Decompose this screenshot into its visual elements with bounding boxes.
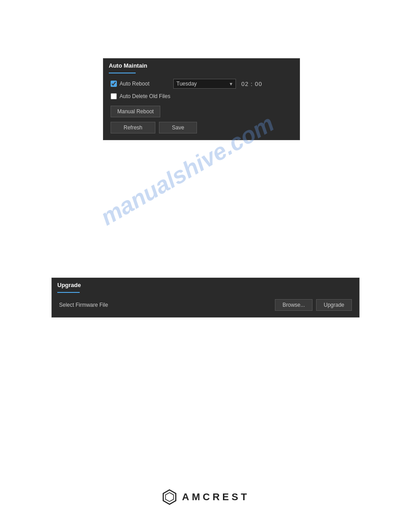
svg-marker-1 xyxy=(166,493,174,502)
auto-reboot-checkbox[interactable] xyxy=(111,81,117,87)
time-display: 02 : 00 xyxy=(241,81,262,87)
auto-delete-row: Auto Delete Old Files xyxy=(111,93,292,99)
amcrest-brand-text: AMCREST xyxy=(182,491,250,503)
upgrade-buttons: Browse... Upgrade xyxy=(275,299,352,311)
auto-maintain-panel: Auto Maintain Auto Reboot Sunday Monday … xyxy=(103,58,300,140)
time-separator: : xyxy=(251,81,253,87)
panel-footer: Refresh Save xyxy=(111,122,292,133)
upgrade-button[interactable]: Upgrade xyxy=(316,299,352,311)
manual-reboot-row: Manual Reboot xyxy=(111,104,292,117)
select-firmware-label: Select Firmware File xyxy=(59,302,108,308)
amcrest-logo-icon xyxy=(162,489,178,505)
upgrade-panel: Upgrade Select Firmware File Browse... U… xyxy=(51,278,360,317)
time-hours: 02 xyxy=(241,81,248,87)
save-button[interactable]: Save xyxy=(159,122,197,133)
auto-reboot-label: Auto Reboot xyxy=(120,81,150,87)
upgrade-title: Upgrade xyxy=(52,278,359,290)
auto-maintain-body: Auto Reboot Sunday Monday Tuesday Wednes… xyxy=(103,73,300,140)
auto-reboot-wrapper: Auto Reboot xyxy=(111,81,173,87)
auto-delete-checkbox[interactable] xyxy=(111,93,117,99)
browse-button[interactable]: Browse... xyxy=(275,299,313,311)
day-select[interactable]: Sunday Monday Tuesday Wednesday Thursday… xyxy=(173,79,236,89)
auto-delete-wrapper: Auto Delete Old Files xyxy=(111,93,173,99)
auto-maintain-title: Auto Maintain xyxy=(103,59,300,71)
svg-marker-0 xyxy=(163,490,176,504)
auto-reboot-row: Auto Reboot Sunday Monday Tuesday Wednes… xyxy=(111,79,292,89)
day-dropdown-wrapper: Sunday Monday Tuesday Wednesday Thursday… xyxy=(173,79,236,89)
refresh-button[interactable]: Refresh xyxy=(111,122,155,133)
manual-reboot-button[interactable]: Manual Reboot xyxy=(111,106,160,117)
auto-delete-label: Auto Delete Old Files xyxy=(120,93,170,99)
time-minutes: 00 xyxy=(255,81,262,87)
amcrest-logo: AMCREST xyxy=(162,489,250,505)
upgrade-body: Select Firmware File Browse... Upgrade xyxy=(52,293,359,317)
